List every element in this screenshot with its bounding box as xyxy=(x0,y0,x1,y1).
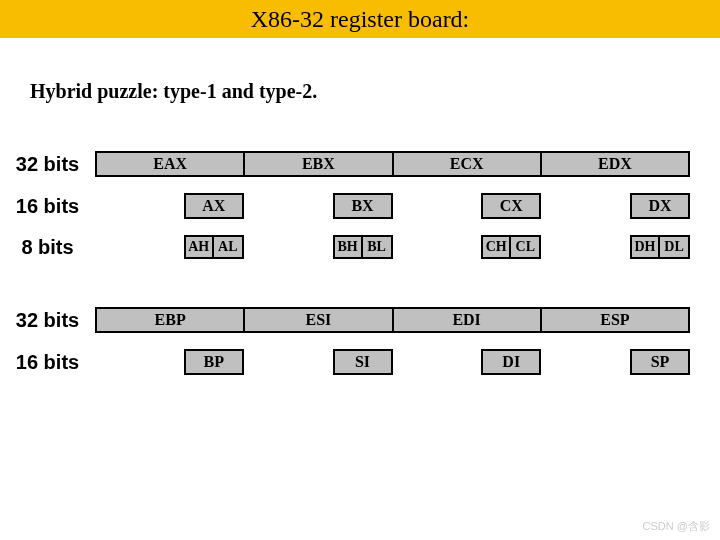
reg-dh: DH xyxy=(630,235,660,259)
row-32bit: 32 bits EAX EBX ECX EDX xyxy=(0,151,720,177)
reg-ebx: EBX xyxy=(245,151,393,177)
reg-bp: BP xyxy=(184,349,244,375)
cells-32: EAX EBX ECX EDX xyxy=(95,151,720,177)
label-16bit: 16 bits xyxy=(0,195,95,218)
reg-bx: BX xyxy=(333,193,393,219)
reg-dx: DX xyxy=(630,193,690,219)
reg-ch: CH xyxy=(481,235,511,259)
register-group-2: 32 bits EBP ESI EDI ESP 16 bits BP SI DI… xyxy=(0,307,720,375)
register-group-1: 32 bits EAX EBX ECX EDX 16 bits AX BX CX… xyxy=(0,151,720,259)
cells-32-2: EBP ESI EDI ESP xyxy=(95,307,720,333)
cells-8: AHAL BHBL CHCL DHDL xyxy=(95,235,720,259)
subtitle: Hybrid puzzle: type-1 and type-2. xyxy=(30,80,720,103)
title-bar: X86-32 register board: xyxy=(0,0,720,38)
cells-16: AX BX CX DX xyxy=(95,193,720,219)
reg-cx: CX xyxy=(481,193,541,219)
reg-ebp: EBP xyxy=(95,307,245,333)
reg-ax: AX xyxy=(184,193,244,219)
watermark: CSDN @含影 xyxy=(643,519,710,534)
label-8bit: 8 bits xyxy=(0,236,95,259)
reg-cl: CL xyxy=(511,235,541,259)
reg-edx: EDX xyxy=(542,151,690,177)
reg-esi: ESI xyxy=(245,307,393,333)
row-16bit: 16 bits AX BX CX DX xyxy=(0,193,720,219)
label-32bit-2: 32 bits xyxy=(0,309,95,332)
reg-esp: ESP xyxy=(542,307,690,333)
reg-edi: EDI xyxy=(394,307,542,333)
reg-si: SI xyxy=(333,349,393,375)
reg-sp: SP xyxy=(630,349,690,375)
row-32bit-2: 32 bits EBP ESI EDI ESP xyxy=(0,307,720,333)
reg-dl: DL xyxy=(660,235,690,259)
cells-16-2: BP SI DI SP xyxy=(95,349,720,375)
reg-ecx: ECX xyxy=(394,151,542,177)
reg-al: AL xyxy=(214,235,244,259)
reg-bh: BH xyxy=(333,235,363,259)
reg-eax: EAX xyxy=(95,151,245,177)
reg-ah: AH xyxy=(184,235,214,259)
row-16bit-2: 16 bits BP SI DI SP xyxy=(0,349,720,375)
reg-bl: BL xyxy=(363,235,393,259)
label-16bit-2: 16 bits xyxy=(0,351,95,374)
label-32bit: 32 bits xyxy=(0,153,95,176)
reg-di: DI xyxy=(481,349,541,375)
row-8bit: 8 bits AHAL BHBL CHCL DHDL xyxy=(0,235,720,259)
page-title: X86-32 register board: xyxy=(251,6,470,33)
